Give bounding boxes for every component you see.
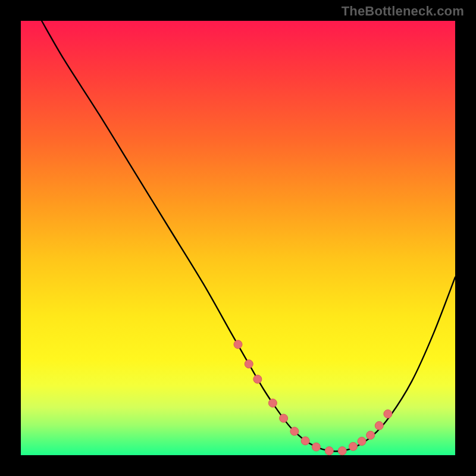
curve-marker bbox=[367, 431, 375, 439]
curve-marker bbox=[245, 360, 253, 368]
curve-marker bbox=[325, 447, 333, 455]
curve-marker bbox=[384, 410, 392, 418]
chart-svg bbox=[21, 21, 455, 455]
curve-marker bbox=[234, 340, 242, 349]
attribution-text: TheBottleneck.com bbox=[342, 4, 464, 19]
curve-marker bbox=[290, 427, 299, 436]
bottleneck-curve bbox=[42, 21, 455, 452]
curve-marker bbox=[253, 375, 262, 383]
curve-marker bbox=[338, 447, 346, 455]
marker-group bbox=[234, 340, 392, 455]
curve-marker bbox=[301, 437, 309, 445]
curve-marker bbox=[358, 437, 366, 446]
curve-marker bbox=[268, 399, 277, 407]
curve-marker bbox=[312, 443, 320, 451]
curve-marker bbox=[375, 421, 383, 430]
curve-marker bbox=[280, 414, 288, 422]
chart-frame: TheBottleneck.com bbox=[0, 0, 476, 476]
curve-marker bbox=[349, 442, 357, 450]
